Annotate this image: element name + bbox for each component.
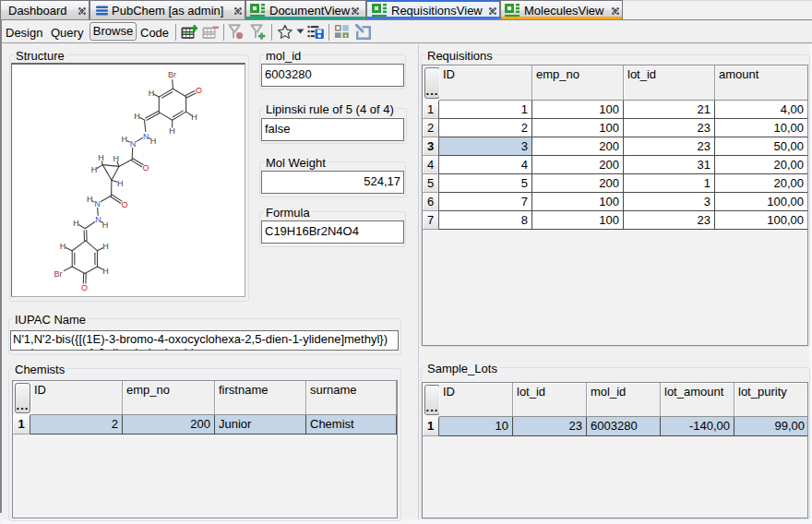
svg-text:H: H [191, 113, 197, 122]
svg-text:H: H [98, 153, 104, 162]
svg-text:O: O [196, 86, 202, 95]
svg-text:H: H [150, 137, 157, 146]
svg-text:H: H [102, 242, 109, 251]
svg-text:H: H [134, 112, 140, 121]
svg-text:H: H [113, 154, 119, 163]
svg-text:Br: Br [54, 269, 63, 279]
svg-text:Br: Br [168, 70, 176, 79]
svg-text:H: H [117, 179, 124, 188]
svg-text:O: O [81, 283, 88, 292]
svg-text:H: H [73, 219, 79, 228]
svg-text:N: N [143, 132, 149, 141]
svg-text:H: H [121, 135, 127, 144]
svg-text:O: O [121, 200, 127, 209]
svg-text:H: H [60, 242, 66, 251]
svg-text:H: H [87, 195, 93, 204]
svg-text:N: N [94, 199, 101, 208]
svg-text:O: O [142, 163, 149, 173]
svg-text:H: H [169, 126, 175, 136]
svg-text:H: H [102, 220, 109, 230]
svg-text:H: H [102, 267, 109, 276]
svg-text:H: H [91, 165, 98, 174]
svg-text:N: N [130, 139, 137, 149]
svg-text:H: H [149, 89, 155, 98]
svg-text:N: N [95, 215, 102, 224]
